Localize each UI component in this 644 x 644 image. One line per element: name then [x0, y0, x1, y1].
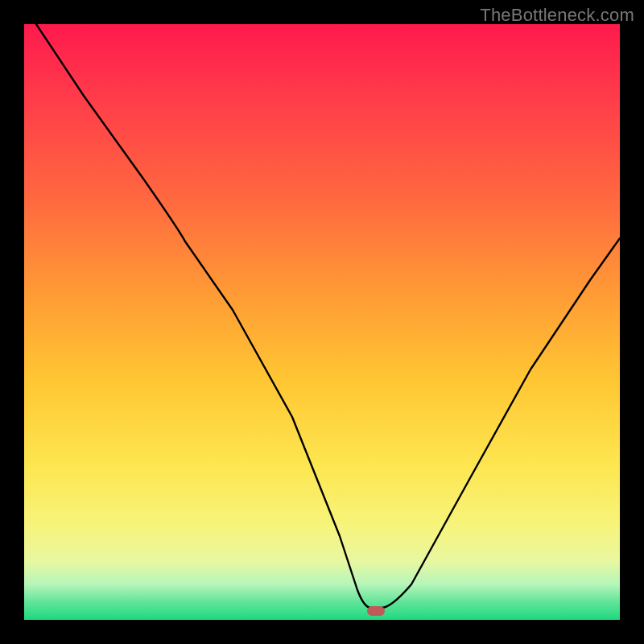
watermark-text: TheBottleneck.com	[480, 5, 634, 26]
bottleneck-curve	[24, 24, 620, 620]
plot-area	[24, 24, 620, 620]
optimal-marker	[367, 606, 385, 616]
curve-path	[36, 24, 620, 608]
chart-frame: TheBottleneck.com	[0, 0, 644, 644]
